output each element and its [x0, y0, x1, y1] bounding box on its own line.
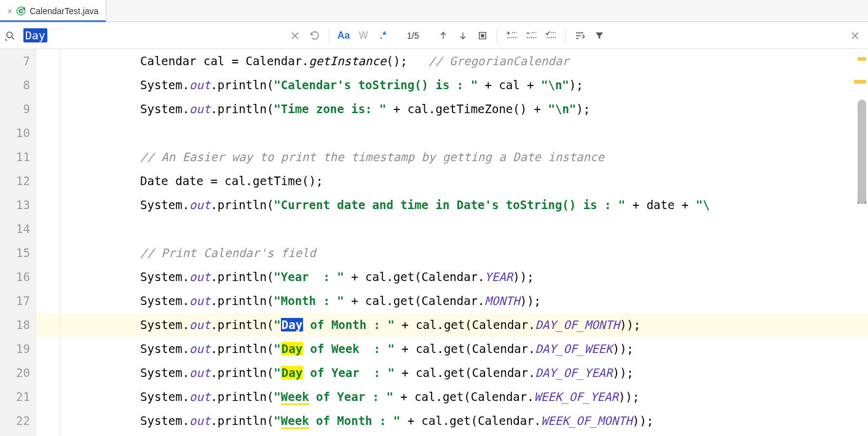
remove-selection-button[interactable]: [523, 28, 539, 44]
separator: [329, 28, 329, 43]
code-line[interactable]: // An Easier way to print the timestamp …: [60, 145, 868, 169]
gutter-strip-row: [37, 313, 60, 337]
code-line[interactable]: System.out.println("Week of Month : " + …: [60, 409, 868, 433]
filter-icon[interactable]: [591, 28, 607, 44]
editor-strip: [37, 49, 60, 436]
gutter-strip-row: [37, 97, 60, 121]
line-number[interactable]: 12: [0, 169, 30, 193]
find-bar: Day Aa W .* 1/5: [0, 22, 868, 49]
gutter-strip-row: [37, 241, 60, 265]
editor-tabs: × C CalendarTest.java: [0, 0, 868, 22]
gutter-strip-row: [37, 217, 60, 241]
line-number[interactable]: 11: [0, 145, 30, 169]
toggle-filter-button[interactable]: [572, 28, 588, 44]
line-number[interactable]: 13: [0, 193, 30, 217]
code-line[interactable]: [60, 121, 868, 145]
scrollbar-thumb[interactable]: [858, 100, 866, 204]
code-line[interactable]: Calendar cal = Calendar.getInstance(); /…: [60, 49, 868, 73]
svg-line-3: [12, 37, 14, 39]
line-number[interactable]: 17: [0, 289, 30, 313]
next-match-button[interactable]: [455, 28, 471, 44]
gutter-strip-row: [37, 337, 60, 361]
code-line[interactable]: System.out.println("Calendar's toString(…: [60, 73, 868, 97]
line-number[interactable]: 20: [0, 361, 30, 385]
gutter-strip-row: [37, 49, 60, 73]
java-class-icon: C: [16, 6, 26, 16]
prev-match-button[interactable]: [435, 28, 451, 44]
gutter-strip-row: [37, 289, 60, 313]
separator: [565, 28, 566, 43]
close-tab-icon[interactable]: ×: [7, 6, 12, 16]
svg-point-2: [7, 32, 12, 38]
overview-ruler[interactable]: [854, 49, 868, 436]
search-history-button[interactable]: [307, 28, 323, 44]
gutter-strip-row: [37, 193, 60, 217]
code-line[interactable]: [60, 217, 868, 241]
line-number[interactable]: 19: [0, 337, 30, 361]
code-line[interactable]: System.out.println("Month : " + cal.get(…: [60, 289, 868, 313]
search-query-text: Day: [23, 28, 47, 42]
svg-rect-9: [481, 34, 484, 37]
code-line[interactable]: Date date = cal.getTime();: [60, 169, 868, 193]
line-number-gutter[interactable]: 78910111213141516171819202122: [0, 49, 37, 436]
line-number[interactable]: 7: [0, 49, 30, 73]
code-line[interactable]: System.out.println("Week of Year : " + c…: [60, 385, 868, 409]
code-area[interactable]: Calendar cal = Calendar.getInstance(); /…: [60, 49, 868, 436]
regex-toggle[interactable]: .*: [375, 28, 391, 44]
match-count: 1/5: [395, 31, 431, 41]
gutter-strip-row: [37, 409, 60, 433]
ruler-mark[interactable]: [858, 57, 866, 61]
code-line[interactable]: System.out.println("Year : " + cal.get(C…: [60, 265, 868, 289]
line-number[interactable]: 18: [0, 313, 30, 337]
gutter-strip-row: [37, 169, 60, 193]
line-number[interactable]: 14: [0, 217, 30, 241]
gutter-strip-row: [37, 385, 60, 409]
gutter-strip-row: [37, 265, 60, 289]
gutter-strip-row: [37, 73, 60, 97]
ruler-mark[interactable]: [854, 80, 866, 84]
close-findbar-button[interactable]: [847, 28, 863, 44]
code-line[interactable]: System.out.println("Time zone is: " + ca…: [60, 97, 868, 121]
code-line[interactable]: System.out.println("Day of Year : " + ca…: [60, 361, 868, 385]
select-all-button[interactable]: [543, 28, 559, 44]
line-number[interactable]: 15: [0, 241, 30, 265]
line-number[interactable]: 8: [0, 73, 30, 97]
select-all-occurrences-button[interactable]: [475, 28, 491, 44]
gutter-strip-row: [37, 121, 60, 145]
code-editor[interactable]: 78910111213141516171819202122 Calendar c…: [0, 49, 868, 436]
separator: [497, 28, 497, 43]
code-line[interactable]: System.out.println("Day of Week : " + ca…: [60, 337, 868, 361]
code-line[interactable]: System.out.println("Current date and tim…: [60, 193, 868, 217]
search-icon[interactable]: [5, 30, 16, 41]
gutter-strip-row: [37, 145, 60, 169]
gutter-strip-row: [37, 361, 60, 385]
svg-text:C: C: [19, 8, 23, 14]
tab-filename: CalendarTest.java: [30, 6, 98, 16]
search-input[interactable]: Day: [20, 26, 283, 45]
code-line[interactable]: // Print Calendar's field: [60, 241, 868, 265]
line-number[interactable]: 22: [0, 409, 30, 433]
line-number[interactable]: 21: [0, 385, 30, 409]
whole-words-toggle[interactable]: W: [355, 28, 371, 44]
match-case-toggle[interactable]: Aa: [336, 28, 352, 44]
line-number[interactable]: 9: [0, 97, 30, 121]
tab-calendartest[interactable]: × C CalendarTest.java: [0, 0, 106, 22]
line-number[interactable]: 16: [0, 265, 30, 289]
clear-search-button[interactable]: [287, 28, 303, 44]
code-line[interactable]: System.out.println("Day of Month : " + c…: [60, 313, 868, 337]
add-selection-button[interactable]: [503, 28, 519, 44]
line-number[interactable]: 10: [0, 121, 30, 145]
